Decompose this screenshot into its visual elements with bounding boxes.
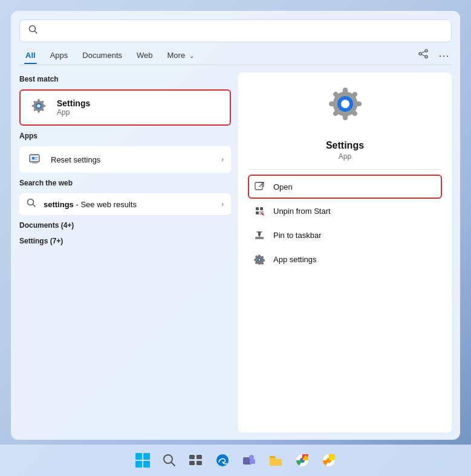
svg-point-17 — [341, 100, 349, 108]
svg-point-26 — [259, 259, 260, 260]
best-match-title: Settings — [57, 98, 90, 108]
windows-start-button[interactable] — [132, 450, 153, 471]
right-panel-divider — [248, 169, 442, 170]
web-label: Search the web — [19, 179, 231, 187]
svg-rect-27 — [135, 453, 142, 460]
svg-rect-33 — [189, 455, 195, 459]
svg-rect-40 — [250, 459, 255, 464]
unpin-start-action[interactable]: Unpin from Start — [248, 199, 442, 223]
taskbar-taskview-icon[interactable] — [186, 450, 206, 471]
svg-rect-36 — [197, 461, 202, 465]
pin-taskbar-icon — [253, 228, 266, 242]
share-icon[interactable] — [415, 46, 431, 65]
svg-rect-12 — [35, 157, 37, 158]
pin-taskbar-label: Pin to taskbar — [273, 231, 322, 240]
web-search-label: settings - See web results — [44, 200, 214, 209]
taskbar-teams-icon[interactable] — [239, 450, 259, 471]
search-icon — [28, 25, 38, 37]
documents-label[interactable]: Documents (4+) — [19, 219, 231, 231]
svg-rect-29 — [135, 461, 142, 468]
svg-point-9 — [37, 105, 40, 108]
svg-line-15 — [33, 205, 36, 207]
best-match-item[interactable]: Settings App — [19, 89, 231, 126]
svg-point-2 — [425, 50, 427, 52]
svg-rect-13 — [35, 159, 37, 160]
app-settings-icon — [253, 252, 266, 266]
taskbar-chrome-icon[interactable] — [292, 450, 313, 471]
reset-settings-item[interactable]: Reset settings › — [19, 146, 231, 173]
pin-taskbar-action[interactable]: Pin to taskbar — [248, 223, 442, 247]
right-panel-title: Settings — [326, 140, 364, 151]
svg-line-1 — [35, 31, 37, 34]
open-label: Open — [273, 182, 293, 191]
settings-large-icon — [321, 85, 369, 133]
tab-more[interactable]: More ⌄ — [161, 47, 200, 63]
taskbar-search-icon[interactable] — [159, 450, 180, 471]
web-search-item[interactable]: settings - See web results › — [19, 193, 231, 215]
best-match-text: Settings App — [57, 98, 90, 117]
taskbar — [0, 445, 471, 476]
chevron-right-icon2: › — [221, 200, 224, 208]
settings-results-label[interactable]: Settings (7+) — [19, 234, 231, 248]
svg-rect-28 — [143, 453, 150, 460]
svg-line-32 — [171, 463, 175, 466]
left-panel: Best match Settings App Apps — [19, 72, 231, 433]
open-action[interactable]: Open — [248, 175, 442, 199]
search-bar: settings — [19, 19, 452, 42]
taskbar-chrome-canary-icon[interactable] — [319, 450, 339, 471]
open-icon — [253, 180, 266, 193]
chevron-down-icon: ⌄ — [189, 53, 194, 59]
right-panel: Settings App Open — [238, 72, 452, 433]
reset-settings-icon — [27, 151, 44, 168]
taskbar-explorer-icon[interactable] — [265, 450, 286, 471]
best-match-subtitle: App — [57, 108, 90, 117]
svg-rect-19 — [256, 207, 259, 210]
best-match-label: Best match — [19, 75, 231, 83]
tab-apps[interactable]: Apps — [44, 47, 74, 63]
apps-label: Apps — [19, 132, 231, 140]
svg-rect-34 — [197, 455, 202, 459]
more-options-icon[interactable]: ⋯ — [436, 47, 452, 65]
svg-point-37 — [216, 454, 229, 466]
unpin-start-label: Unpin from Start — [273, 207, 331, 216]
svg-rect-21 — [256, 211, 259, 214]
content-area: Best match Settings App Apps — [11, 65, 460, 440]
taskbar-edge-icon[interactable] — [212, 450, 233, 471]
tab-web[interactable]: Web — [131, 47, 159, 63]
svg-rect-20 — [260, 207, 263, 210]
svg-rect-11 — [32, 157, 34, 159]
settings-app-icon — [28, 97, 50, 118]
tab-bar: All Apps Documents Web More ⌄ ⋯ — [11, 42, 460, 65]
web-search-icon — [27, 198, 36, 210]
svg-point-4 — [425, 56, 427, 58]
svg-rect-30 — [143, 461, 150, 468]
svg-line-5 — [421, 51, 425, 53]
search-window: settings All Apps Documents Web More ⌄ ⋯ — [11, 11, 460, 440]
svg-rect-35 — [189, 461, 195, 465]
unpin-icon — [253, 204, 266, 217]
svg-rect-18 — [255, 182, 262, 190]
chevron-right-icon: › — [221, 155, 224, 164]
tab-all[interactable]: All — [19, 47, 42, 63]
reset-settings-label: Reset settings — [51, 155, 214, 164]
web-query: settings — [44, 200, 74, 209]
tab-documents[interactable]: Documents — [76, 47, 128, 63]
svg-point-39 — [249, 455, 254, 460]
web-suffix: - See web results — [74, 200, 137, 209]
app-settings-action[interactable]: App settings — [248, 247, 442, 271]
app-settings-label: App settings — [273, 255, 317, 264]
search-input[interactable]: settings — [44, 26, 443, 36]
right-panel-subtitle: App — [339, 152, 351, 161]
svg-point-3 — [419, 53, 421, 55]
svg-line-6 — [421, 54, 425, 56]
tab-actions: ⋯ — [415, 46, 452, 65]
